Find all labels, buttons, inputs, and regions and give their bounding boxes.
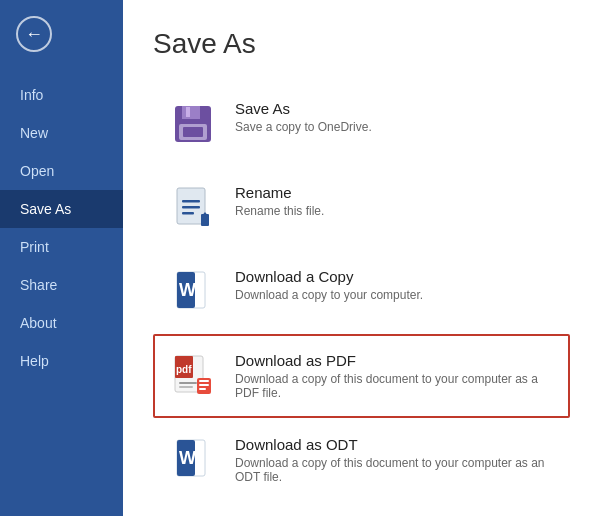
option-download-copy[interactable]: W Download a CopyDownload a copy to your… [153,250,570,334]
main-content: Save As Save AsSave a copy to OneDrive. … [123,0,600,516]
download-pdf-icon: pdf [167,350,219,402]
sidebar-item-share[interactable]: Share [0,266,123,304]
rename-icon [167,182,219,234]
svg-text:W: W [179,448,196,468]
option-rename[interactable]: RenameRename this file. [153,166,570,250]
back-button[interactable]: ← [0,0,123,68]
rename-title: Rename [235,184,324,201]
svg-rect-19 [179,386,193,388]
download-pdf-title: Download as PDF [235,352,556,369]
svg-rect-22 [199,384,209,386]
svg-text:pdf: pdf [176,364,192,375]
sidebar-nav: InfoNewOpenSave AsPrintShareAboutHelp [0,76,123,380]
page-title: Save As [153,28,570,60]
svg-rect-9 [182,212,194,215]
rename-text: RenameRename this file. [235,182,324,218]
sidebar: ← InfoNewOpenSave AsPrintShareAboutHelp [0,0,123,516]
download-pdf-description: Download a copy of this document to your… [235,372,556,400]
download-odt-description: Download a copy of this document to your… [235,456,556,484]
option-save-as[interactable]: Save AsSave a copy to OneDrive. [153,82,570,166]
svg-rect-1 [182,106,200,119]
svg-rect-21 [199,380,209,382]
sidebar-item-print[interactable]: Print [0,228,123,266]
svg-rect-8 [182,206,200,209]
option-download-pdf[interactable]: pdf Download as PDFDownload a copy of th… [153,334,570,418]
svg-rect-4 [183,127,203,137]
svg-rect-23 [199,388,206,390]
save-as-text: Save AsSave a copy to OneDrive. [235,98,372,134]
download-odt-text: Download as ODTDownload a copy of this d… [235,434,556,484]
sidebar-item-save-as[interactable]: Save As [0,190,123,228]
download-copy-text: Download a CopyDownload a copy to your c… [235,266,423,302]
save-as-description: Save a copy to OneDrive. [235,120,372,134]
download-copy-title: Download a Copy [235,268,423,285]
sidebar-item-open[interactable]: Open [0,152,123,190]
download-pdf-text: Download as PDFDownload a copy of this d… [235,350,556,400]
download-copy-icon: W [167,266,219,318]
svg-rect-18 [179,382,197,384]
download-copy-description: Download a copy to your computer. [235,288,423,302]
sidebar-item-info[interactable]: Info [0,76,123,114]
svg-rect-7 [182,200,200,203]
download-odt-title: Download as ODT [235,436,556,453]
option-download-odt[interactable]: W Download as ODTDownload a copy of this… [153,418,570,502]
rename-description: Rename this file. [235,204,324,218]
save-as-title: Save As [235,100,372,117]
download-odt-icon: W [167,434,219,486]
sidebar-item-help[interactable]: Help [0,342,123,380]
svg-rect-2 [186,107,190,117]
back-icon: ← [16,16,52,52]
options-list: Save AsSave a copy to OneDrive. RenameRe… [153,82,570,502]
save-as-icon [167,98,219,150]
svg-text:W: W [179,280,196,300]
sidebar-item-about[interactable]: About [0,304,123,342]
sidebar-item-new[interactable]: New [0,114,123,152]
